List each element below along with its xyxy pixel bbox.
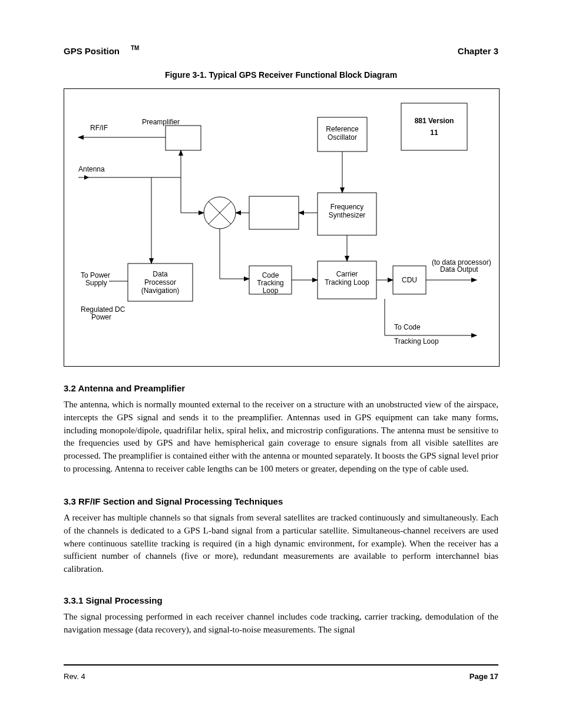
label-carrier-1: Carrier xyxy=(336,270,358,278)
label-cdu: CDU xyxy=(402,276,417,284)
label-code-track-1: Code xyxy=(262,271,279,279)
label-dpnav-2: Processor xyxy=(144,278,176,286)
label-out-bot-2: Tracking Loop xyxy=(394,337,439,345)
label-ref-osc-1: Reference xyxy=(326,125,359,133)
footer-right: Page 17 xyxy=(470,672,498,681)
label-ref-osc-2: Oscillator xyxy=(328,133,357,141)
label-out-bot-1: To Code xyxy=(394,323,421,331)
footer-left: Rev. 4 xyxy=(64,672,85,681)
label-power-in-2: Power xyxy=(91,313,111,321)
header-right: Chapter 3 xyxy=(458,46,498,56)
label-antenna: Antenna xyxy=(78,165,105,173)
label-out-top-1: Data Output xyxy=(440,265,478,274)
label-rfif: RF/IF xyxy=(90,124,108,132)
figure-title: Figure 3-1. Typical GPS Receiver Functio… xyxy=(0,70,562,80)
label-freq-synth-2: Synthesizer xyxy=(329,211,366,219)
section-3-2-body: The antenna, which is normally mounted e… xyxy=(64,398,498,476)
label-power-in-1: Regulated DC xyxy=(81,305,125,314)
section-3-3-heading: 3.3 RF/IF Section and Signal Processing … xyxy=(64,496,283,506)
svg-rect-6 xyxy=(249,196,299,229)
label-to-power-1: To Power xyxy=(81,271,110,279)
header-left: GPS Position xyxy=(64,46,120,56)
label-carrier-2: Tracking Loop xyxy=(325,278,369,286)
section-3-3-body: A receiver has multiple channels so that… xyxy=(64,512,498,576)
section-3-3-1-body: The signal processing performed in each … xyxy=(64,611,498,637)
svg-rect-0 xyxy=(401,103,467,150)
label-dpnav-3: (Navigation) xyxy=(141,286,180,295)
block-diagram: 881 Version 11 Preamplifier Reference Os… xyxy=(64,89,499,366)
label-freq-synth-1: Frequency xyxy=(330,203,364,211)
trademark-symbol: TM xyxy=(131,45,139,51)
footer-rule xyxy=(64,664,498,666)
diagram-container: 881 Version 11 Preamplifier Reference Os… xyxy=(64,88,500,367)
label-code-track-3: Loop xyxy=(263,286,279,295)
svg-rect-1 xyxy=(166,126,201,150)
version-box-line2: 11 xyxy=(430,129,438,137)
label-to-power-2: Supply xyxy=(85,279,107,287)
svg-marker-14 xyxy=(84,175,89,180)
label-preamp: Preamplifier xyxy=(142,118,180,126)
label-out-top-2: (to data processor) xyxy=(432,258,491,266)
label-dpnav-1: Data xyxy=(153,270,168,278)
version-box-line1: 881 Version xyxy=(415,117,454,125)
section-3-3-1-heading: 3.3.1 Signal Processing xyxy=(64,595,163,605)
label-code-track-2: Tracking xyxy=(257,279,284,287)
section-3-2-heading: 3.2 Antenna and Preamplifier xyxy=(64,383,185,393)
page: GPS Position TM Chapter 3 Figure 3-1. Ty… xyxy=(0,0,562,728)
